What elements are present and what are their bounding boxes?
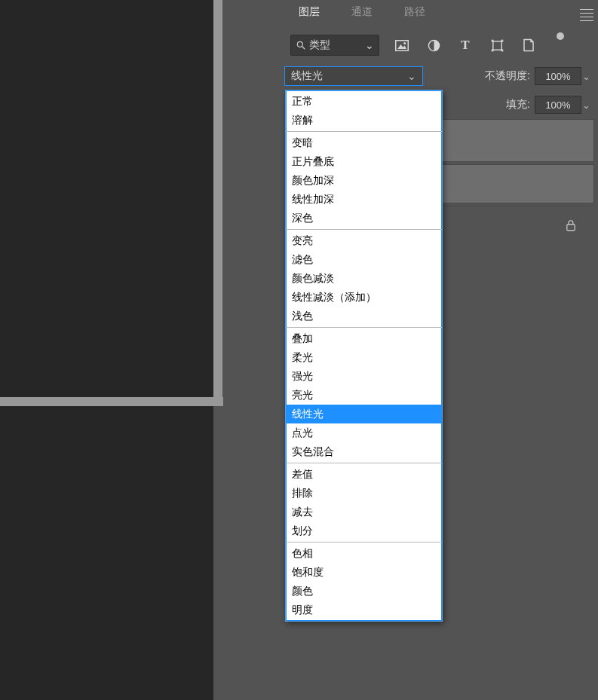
blend-mode-dropdown[interactable]: 正常溶解变暗正片叠底颜色加深线性加深深色变亮滤色颜色减淡线性减淡（添加）浅色叠加… xyxy=(285,90,443,622)
filter-row: 类型 ⌄ T xyxy=(283,29,598,62)
blend-option[interactable]: 亮光 xyxy=(286,386,442,405)
blend-mode-select[interactable]: 线性光 ⌄ xyxy=(284,66,423,86)
panel-menu-icon[interactable] xyxy=(580,9,593,18)
blend-mode-value: 线性光 xyxy=(291,69,323,83)
blend-option[interactable]: 实色混合 xyxy=(286,442,442,461)
svg-rect-11 xyxy=(567,224,575,230)
blend-option[interactable]: 线性加深 xyxy=(286,190,442,209)
blend-option[interactable]: 正片叠底 xyxy=(286,152,442,171)
blend-option[interactable]: 划分 xyxy=(286,521,442,540)
svg-rect-8 xyxy=(501,39,503,41)
svg-point-0 xyxy=(297,41,302,47)
blend-option[interactable]: 深色 xyxy=(286,209,442,228)
filter-adjust-icon[interactable] xyxy=(425,36,443,54)
blend-option[interactable]: 叠加 xyxy=(286,329,442,348)
tab-channels[interactable]: 通道 xyxy=(336,0,388,29)
blend-option[interactable]: 线性光 xyxy=(286,405,442,423)
fill-chevron-icon[interactable]: ⌄ xyxy=(581,96,590,113)
panel-tabs: 图层 通道 路径 xyxy=(283,0,598,29)
blend-option[interactable]: 线性减淡（添加） xyxy=(286,288,442,307)
filter-smart-icon[interactable] xyxy=(520,36,538,54)
filter-toggle-dot[interactable] xyxy=(551,27,569,45)
blend-option[interactable]: 柔光 xyxy=(286,348,442,367)
blend-option[interactable]: 颜色 xyxy=(286,582,442,601)
opacity-chevron-icon[interactable]: ⌄ xyxy=(581,68,590,84)
blend-option[interactable]: 变亮 xyxy=(286,231,442,250)
chevron-down-icon: ⌄ xyxy=(407,70,416,82)
svg-rect-7 xyxy=(491,39,493,41)
blend-option[interactable]: 浅色 xyxy=(286,307,442,326)
filter-pixel-icon[interactable] xyxy=(393,36,411,54)
opacity-label[interactable]: 不透明度: xyxy=(485,69,530,83)
blend-option[interactable]: 颜色减淡 xyxy=(286,269,442,288)
blend-option[interactable]: 颜色加深 xyxy=(286,171,442,190)
canvas-scrollbar-h[interactable] xyxy=(0,397,223,406)
fill-label[interactable]: 填充: xyxy=(506,98,530,112)
blend-row: 线性光 ⌄ 不透明度: 100% ⌄ xyxy=(283,62,598,90)
svg-line-1 xyxy=(302,47,305,50)
svg-rect-2 xyxy=(396,40,409,50)
blend-option[interactable]: 色相 xyxy=(286,544,442,563)
search-icon xyxy=(296,40,306,50)
blend-option[interactable]: 正常 xyxy=(286,92,442,111)
blend-option[interactable]: 饱和度 xyxy=(286,563,442,582)
fill-value[interactable]: 100% xyxy=(535,96,581,114)
svg-rect-10 xyxy=(501,49,503,51)
svg-marker-3 xyxy=(397,44,406,49)
lock-icon xyxy=(566,219,576,231)
opacity-value[interactable]: 100% xyxy=(535,67,581,85)
svg-rect-9 xyxy=(491,49,493,51)
blend-option[interactable]: 减去 xyxy=(286,503,442,521)
svg-rect-6 xyxy=(492,41,501,49)
blend-option[interactable]: 差值 xyxy=(286,465,442,484)
blend-option[interactable]: 强光 xyxy=(286,367,442,386)
filter-kind-select[interactable]: 类型 ⌄ xyxy=(290,35,379,56)
filter-shape-icon[interactable] xyxy=(488,36,506,54)
blend-option[interactable]: 滤色 xyxy=(286,250,442,269)
blend-option[interactable]: 溶解 xyxy=(286,111,442,130)
tab-paths[interactable]: 路径 xyxy=(388,0,441,29)
tab-layers[interactable]: 图层 xyxy=(283,0,336,29)
canvas-scrollbar-v[interactable] xyxy=(213,0,222,399)
filter-text-icon[interactable]: T xyxy=(456,36,474,54)
svg-point-4 xyxy=(403,42,406,44)
blend-option[interactable]: 明度 xyxy=(286,601,442,619)
chevron-down-icon: ⌄ xyxy=(365,39,374,51)
canvas-area xyxy=(0,0,213,700)
blend-option[interactable]: 排除 xyxy=(286,484,442,503)
blend-option[interactable]: 点光 xyxy=(286,423,442,442)
filter-label: 类型 xyxy=(309,38,330,52)
blend-option[interactable]: 变暗 xyxy=(286,133,442,152)
